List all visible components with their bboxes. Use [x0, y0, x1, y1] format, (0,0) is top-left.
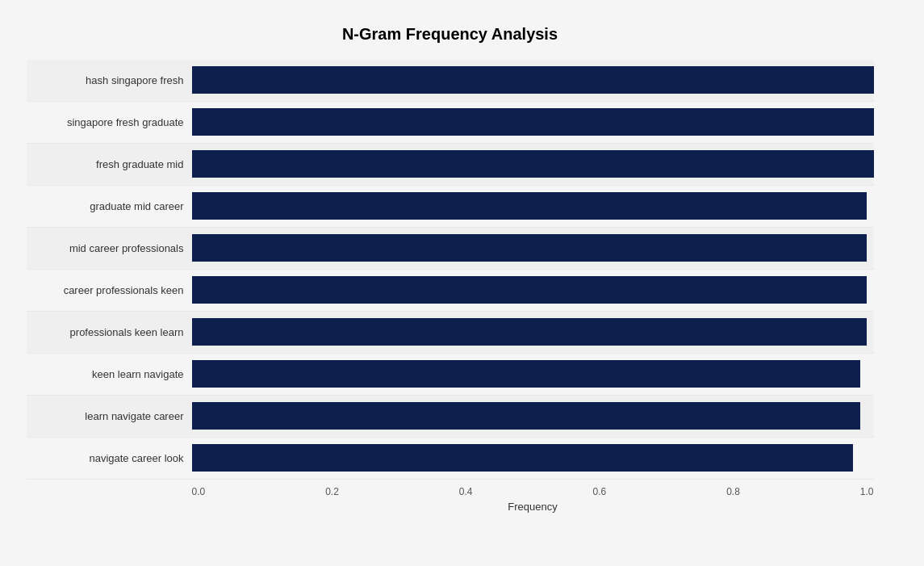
- bar-row: mid career professionals: [27, 228, 874, 270]
- bar-label: navigate career look: [27, 452, 192, 464]
- chart-area: hash singapore freshsingapore fresh grad…: [27, 60, 874, 480]
- bar-label: keen learn navigate: [27, 368, 192, 380]
- bar-label: singapore fresh graduate: [27, 116, 192, 128]
- bar: [192, 402, 860, 430]
- bar-row: hash singapore fresh: [27, 60, 874, 102]
- bar-row: learn navigate career: [27, 396, 874, 438]
- chart-title: N-Gram Frequency Analysis: [27, 25, 874, 44]
- bar-wrapper: [192, 144, 874, 185]
- bar-wrapper: [192, 228, 874, 269]
- bar-label: professionals keen learn: [27, 326, 192, 338]
- bar: [192, 150, 874, 178]
- bar: [192, 66, 874, 94]
- bar: [192, 444, 854, 472]
- x-tick: 1.0: [860, 486, 874, 497]
- bar-wrapper: [192, 186, 874, 227]
- x-tick: 0.2: [325, 486, 339, 497]
- bar-label: career professionals keen: [27, 284, 192, 296]
- bar-row: career professionals keen: [27, 270, 874, 312]
- x-axis-label: Frequency: [192, 501, 874, 513]
- bar: [192, 192, 868, 220]
- bar-label: mid career professionals: [27, 242, 192, 254]
- bar-label: graduate mid career: [27, 200, 192, 212]
- bar: [192, 108, 874, 136]
- bar: [192, 234, 868, 262]
- bar-row: keen learn navigate: [27, 354, 874, 396]
- bar-wrapper: [192, 312, 874, 353]
- bar: [192, 360, 860, 388]
- x-tick: 0.8: [726, 486, 740, 497]
- x-tick: 0.4: [459, 486, 473, 497]
- bar-wrapper: [192, 438, 874, 479]
- bar-label: hash singapore fresh: [27, 74, 192, 86]
- bar-wrapper: [192, 60, 874, 101]
- bar-row: singapore fresh graduate: [27, 102, 874, 144]
- bar-label: fresh graduate mid: [27, 158, 192, 170]
- bar-wrapper: [192, 270, 874, 311]
- bar-row: fresh graduate mid: [27, 144, 874, 186]
- x-axis: 0.00.20.40.60.81.0: [192, 480, 874, 497]
- bar: [192, 318, 868, 346]
- bar-wrapper: [192, 102, 874, 143]
- bar-label: learn navigate career: [27, 410, 192, 422]
- bar: [192, 276, 868, 304]
- bar-row: graduate mid career: [27, 186, 874, 228]
- bar-row: navigate career look: [27, 438, 874, 480]
- chart-container: N-Gram Frequency Analysis hash singapore…: [19, 9, 906, 558]
- bar-wrapper: [192, 354, 874, 395]
- bar-row: professionals keen learn: [27, 312, 874, 354]
- x-tick: 0.6: [592, 486, 606, 497]
- x-tick: 0.0: [192, 486, 206, 497]
- bar-wrapper: [192, 396, 874, 437]
